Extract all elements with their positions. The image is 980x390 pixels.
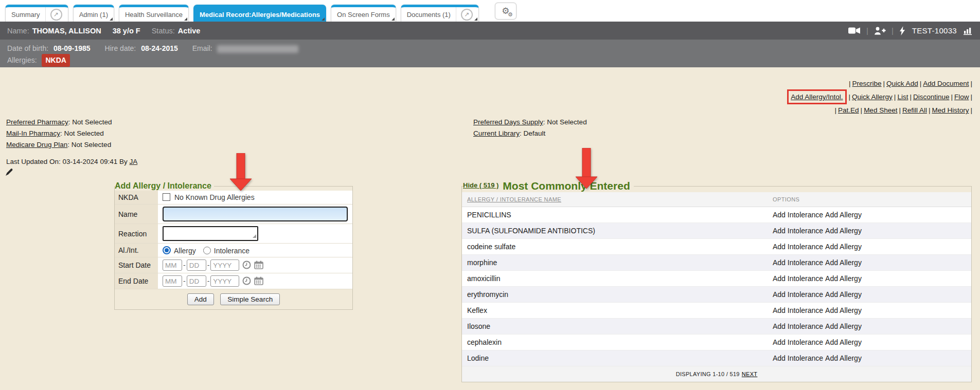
add-intolerance-link[interactable]: Add Intolerance [773,322,823,330]
reaction-input[interactable] [163,226,258,241]
start-date-row: Start Date -- [115,257,352,273]
gear-small-icon: ⚙ [508,12,513,17]
calendar-icon[interactable] [254,263,263,271]
patient-status: Active [178,27,201,35]
add-intolerance-link[interactable]: Add Intolerance [773,211,823,219]
video-camera-icon[interactable] [848,27,861,34]
allergy-radio[interactable] [163,246,171,254]
add-allergy-link[interactable]: Add Allergy [825,243,862,251]
add-allergy-link[interactable]: Add Allergy [825,322,862,330]
tab-admin[interactable]: Admin (1) [73,5,114,22]
allergy-form-table: NKDA No Known Drug Allergies Name Reacti… [115,191,352,289]
end-day-input[interactable] [187,275,206,287]
patient-header-actions: | | TEST-10033 [848,26,973,35]
add-allergy-link[interactable]: Add Allergy [825,354,862,362]
bar-chart-icon[interactable] [964,27,973,35]
form-buttons: Add Simple Search [115,289,352,306]
tab-summary[interactable]: Summary ↗ [5,5,68,22]
clock-icon[interactable] [242,278,251,287]
dob-label: Date of birth: [7,44,48,52]
add-allergy-link[interactable]: Add Allergy [825,274,862,283]
app-window: Summary ↗ Admin (1) Health Surveillance … [0,0,980,390]
med-history-link[interactable]: Med History [932,106,969,114]
add-allergy-intol-link[interactable]: Add Allergy/Intol. [791,93,843,101]
add-button[interactable]: Add [187,293,214,305]
quick-add-link[interactable]: Quick Add [886,80,918,87]
table-row: codeine sulfate Add IntoleranceAdd Aller… [462,239,971,255]
add-intolerance-link[interactable]: Add Intolerance [773,290,823,299]
panel-header: Hide ( 519 )Most Commonly Entered [463,180,634,192]
med-sheet-link[interactable]: Med Sheet [864,106,897,114]
clock-icon[interactable] [242,263,251,271]
tab-health-surveillance[interactable]: Health Surveillance [119,5,189,22]
simple-search-button[interactable]: Simple Search [220,293,280,305]
table-row: morphine Add IntoleranceAdd Allergy [462,255,971,271]
resize-grip-icon[interactable] [253,234,256,238]
hide-link[interactable]: Hide ( 519 ) [463,181,498,189]
discontinue-link[interactable]: Discontinue [913,93,950,101]
end-year-input[interactable] [210,275,239,287]
quick-allergy-link[interactable]: Quick Allergy [852,93,893,101]
allergy-radio-label: Allergy [174,247,196,255]
end-month-input[interactable] [163,275,182,287]
allergy-name-input[interactable] [163,207,348,221]
medicare-drug-plan-value: Not Selected [72,141,111,148]
table-row: Ilosone Add IntoleranceAdd Allergy [462,319,971,335]
updated-by-link[interactable]: JA [129,158,137,165]
add-intolerance-link[interactable]: Add Intolerance [773,354,823,362]
add-intolerance-link[interactable]: Add Intolerance [773,338,823,346]
current-library-link[interactable]: Current Library [473,129,520,137]
intolerance-radio[interactable] [203,247,211,254]
add-allergy-link[interactable]: Add Allergy [825,227,862,235]
edit-pencil-icon[interactable] [5,168,13,178]
displaying-text: DISPLAYING 1-10 / 519 [676,371,740,377]
popout-icon[interactable]: ↗ [50,9,62,21]
add-document-link[interactable]: Add Document [923,80,969,87]
prescribe-link[interactable]: Prescribe [852,80,882,87]
add-intolerance-link[interactable]: Add Intolerance [773,306,823,314]
add-allergy-link[interactable]: Add Allergy [825,211,862,219]
start-day-input[interactable] [187,259,206,271]
pat-ed-link[interactable]: Pat.Ed [838,106,859,114]
table-row: erythromycin Add IntoleranceAdd Allergy [462,287,971,303]
tab-documents[interactable]: Documents (1) ↗ [401,5,479,22]
nkda-checkbox[interactable] [163,193,170,201]
add-intolerance-link[interactable]: Add Intolerance [773,227,823,235]
preferred-days-supply-link[interactable]: Preferred Days Supply [473,118,543,126]
add-allergy-link[interactable]: Add Allergy [825,258,862,267]
sort-by-name-link[interactable]: ALLERGY / INTOLERANCE NAME [467,196,561,202]
pagination: DISPLAYING 1-10 / 519NEXT [462,366,971,382]
form-title: Add Allergy / Intolerance [115,181,214,191]
tab-medical-record-allergies-medications[interactable]: Medical Record:Allergies/Medications [193,5,326,22]
add-intolerance-link[interactable]: Add Intolerance [773,243,823,251]
add-intolerance-link[interactable]: Add Intolerance [773,274,823,283]
list-link[interactable]: List [897,93,908,101]
add-allergy-link[interactable]: Add Allergy [825,306,862,314]
popout-icon[interactable]: ↗ [461,9,473,21]
mail-in-pharmacy-link[interactable]: Mail-In Pharmacy [6,129,60,137]
options-cell: Add IntoleranceAdd Allergy [768,271,971,287]
preferred-pharmacy-link[interactable]: Preferred Pharmacy [6,118,68,126]
refill-all-link[interactable]: Refill All [902,106,927,114]
preferred-days-supply-line: Preferred Days Supply: Not Selected [473,117,587,128]
add-intolerance-link[interactable]: Add Intolerance [773,258,823,267]
add-allergy-link[interactable]: Add Allergy [825,290,862,299]
calendar-icon[interactable] [254,278,263,287]
settings-button[interactable]: ⚙ ⚙ [495,3,516,20]
allergy-name-cell: PENICILLINS [462,207,768,223]
allergy-name-cell: Lodine [462,350,768,366]
last-updated-text: Last Updated On: 03-14-2024 09:41 By [6,158,128,165]
flow-link[interactable]: Flow [954,93,969,101]
tab-on-screen-forms[interactable]: On Screen Forms [331,5,396,22]
allergy-name-cell: morphine [462,255,768,271]
options-cell: Add IntoleranceAdd Allergy [768,335,971,350]
start-month-input[interactable] [163,259,182,271]
add-person-icon[interactable] [874,27,886,35]
allergy-status-badge[interactable]: NKDA [42,54,69,67]
start-year-input[interactable] [210,259,239,271]
lightning-bolt-icon[interactable] [899,26,905,35]
medicare-drug-plan-link[interactable]: Medicare Drug Plan [6,141,67,148]
allergy-name-cell: erythromycin [462,287,768,303]
next-page-link[interactable]: NEXT [742,371,758,377]
add-allergy-link[interactable]: Add Allergy [825,338,862,346]
